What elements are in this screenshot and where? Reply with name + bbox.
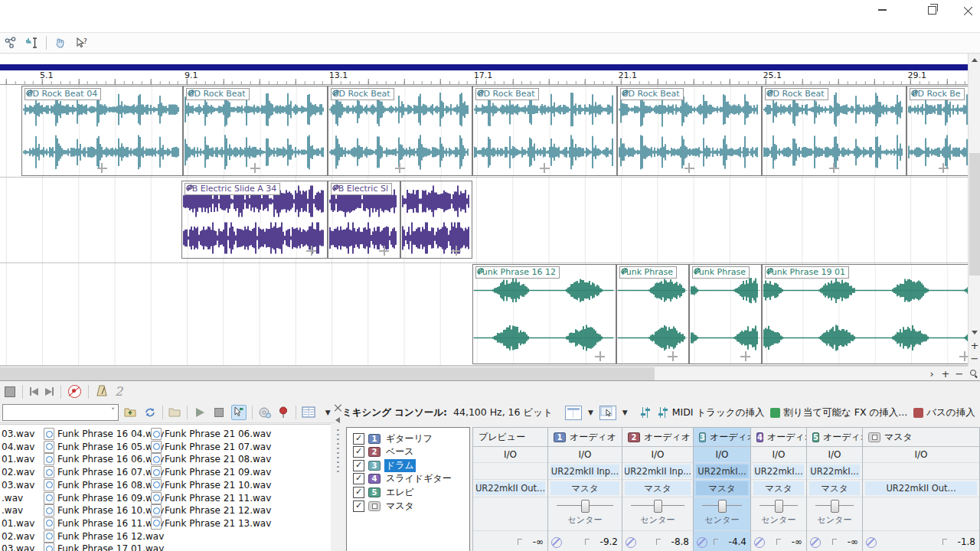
go-to-end-button[interactable] (45, 387, 54, 396)
output-selector[interactable]: UR22mkII Out... (865, 481, 977, 495)
pan-slider-handle[interactable] (718, 500, 727, 513)
audio-clip[interactable]: BD Rock Beat (762, 86, 906, 176)
mixer-collapse-button[interactable] (335, 417, 340, 423)
volume-value[interactable]: -4.4 (729, 536, 746, 547)
clip-move-handle[interactable] (379, 246, 389, 256)
volume-value[interactable]: -∞ (848, 536, 858, 547)
volume-value[interactable]: -8.8 (671, 536, 689, 547)
record-button[interactable] (68, 385, 81, 398)
clip-move-handle[interactable] (250, 163, 260, 173)
record-device-button[interactable] (276, 406, 290, 419)
zoom-tool-button[interactable] (968, 366, 980, 380)
audio-clip[interactable]: BD Rock Beat (472, 86, 617, 176)
file-list-item[interactable]: Funk Phrase 17 01.wav (44, 543, 164, 551)
clip-move-handle[interactable] (684, 163, 694, 173)
mute-indicator-icon[interactable] (626, 537, 636, 548)
strip-header[interactable]: プレビュー (473, 428, 547, 447)
h-zoom-out-button[interactable]: − (952, 367, 966, 380)
audio-clip[interactable]: Funk Phrase 16 12 (472, 264, 616, 364)
horizontal-scrollbar-thumb[interactable] (0, 367, 655, 380)
track-name[interactable]: ギターリフ (384, 432, 434, 445)
track-name[interactable]: ドラム (384, 459, 416, 472)
pan-slider-handle[interactable] (831, 500, 839, 513)
audio-clip[interactable] (400, 181, 472, 259)
preview-play-button[interactable] (193, 406, 207, 419)
chevron-down-icon[interactable]: ▼ (622, 409, 628, 416)
file-list-item[interactable]: Funk Phrase 16 11.wav (44, 517, 164, 530)
vertical-scrollbar-thumb[interactable] (969, 153, 980, 276)
mixer-display-options-button[interactable] (599, 406, 616, 420)
strip-header[interactable]: 3オーディオ (694, 428, 750, 447)
track-visible-checkbox[interactable]: ✓ (353, 433, 364, 445)
audio-clip[interactable]: BD Rock Beat (328, 86, 472, 176)
mute-indicator-icon[interactable] (754, 537, 765, 548)
panel-splitter[interactable] (335, 402, 342, 551)
track-visible-checkbox[interactable]: ✓ (353, 500, 364, 512)
file-list-item[interactable]: 04.wav (2, 441, 34, 453)
track-arrange-area[interactable]: BD Rock Beat 04BD Rock BeatBD Rock BeatB… (0, 85, 968, 366)
h-zoom-in-button[interactable]: + (939, 367, 952, 380)
hand-tool-button[interactable] (53, 35, 68, 51)
clip-label[interactable]: Funk Phrase (692, 266, 750, 279)
new-folder-button[interactable] (168, 406, 182, 419)
file-list-item[interactable]: Funk Phrase 21 09.wav (151, 466, 271, 478)
track-visible-checkbox[interactable]: ✓ (353, 487, 364, 498)
folder-up-button[interactable] (124, 406, 138, 419)
pan-slider-handle[interactable] (581, 500, 590, 513)
file-list-item[interactable]: .wav (2, 492, 23, 504)
input-selector[interactable]: UR22mkII Inp... (625, 465, 691, 478)
track-list-item[interactable]: ✓マスタ (353, 500, 416, 512)
audio-clip[interactable]: BD Rock Beat (183, 86, 328, 176)
track-visible-checkbox[interactable]: ✓ (353, 460, 364, 471)
input-selector[interactable]: UR22mkI... (696, 465, 748, 478)
file-list-item[interactable]: Funk Phrase 16 12.wav (44, 530, 164, 543)
track-name[interactable]: エレピ (384, 486, 416, 499)
file-list-item[interactable]: Funk Phrase 21 13.wav (151, 517, 271, 530)
file-list-item[interactable]: 02.wav (2, 530, 34, 543)
file-list-item[interactable]: 03.wav (2, 428, 34, 440)
auto-play-toggle[interactable] (231, 405, 247, 420)
output-selector[interactable]: マスタ (696, 481, 748, 495)
insert-bus-button[interactable]: バスの挿入 (913, 406, 975, 419)
clip-move-handle[interactable] (829, 163, 839, 173)
audio-clip[interactable]: PB Electric Slide A 34 (181, 181, 328, 259)
file-list-item[interactable]: Funk Phrase 21 08.wav (151, 453, 271, 465)
v-zoom-in-button[interactable]: + (969, 339, 980, 351)
file-list-item[interactable]: Funk Phrase 21 11.wav (151, 492, 271, 504)
file-list-item[interactable]: 01.wav (2, 517, 34, 530)
clip-label[interactable]: Funk Phrase (619, 266, 677, 279)
list-view-button[interactable] (302, 406, 315, 419)
clip-label[interactable]: BD Rock Beat (186, 88, 250, 100)
minimize-button[interactable] (869, 2, 895, 18)
audio-clip[interactable]: Funk Phrase (616, 264, 689, 364)
timeline-ruler[interactable]: 5.19.113.117.121.125.129.1 (0, 70, 968, 85)
clip-move-handle[interactable] (306, 246, 316, 256)
mixer-track-list[interactable]: ✓1ギターリフ✓2ベース✓3ドラム✓4スライドギター✓5エレピ✓マスタ (346, 427, 470, 551)
track-list-item[interactable]: ✓5エレピ (353, 486, 416, 498)
insert-audio-track-button[interactable] (640, 406, 652, 419)
pan-slider-handle[interactable] (654, 500, 662, 513)
file-list-item[interactable]: 02.wav (2, 466, 34, 478)
volume-value[interactable]: -∞ (792, 536, 802, 547)
stop-button[interactable] (5, 386, 15, 397)
file-list-item[interactable]: Funk Phrase 21 10.wav (151, 479, 271, 491)
restore-button[interactable] (919, 2, 945, 18)
output-selector[interactable]: UR22mkII Out... (475, 481, 545, 495)
chevron-down-icon[interactable]: ▼ (588, 409, 593, 416)
clip-move-handle[interactable] (595, 351, 605, 361)
strip-header[interactable]: マスタ (863, 428, 979, 447)
file-list-item[interactable]: Funk Phrase 16 04.wav (44, 428, 164, 440)
output-selector[interactable]: マスタ (625, 481, 691, 495)
audio-clip[interactable]: PB Electric Sl (328, 181, 400, 259)
output-selector[interactable]: マスタ (753, 481, 804, 495)
clip-move-handle[interactable] (740, 351, 750, 361)
clip-label[interactable]: BD Rock Beat (475, 88, 539, 100)
insert-assignable-fx-button[interactable]: 割り当て可能な FX の挿入... (770, 406, 907, 419)
track-list-item[interactable]: ✓4スライドギター (353, 473, 453, 485)
clip-move-handle[interactable] (668, 351, 678, 361)
metronome-toggle[interactable] (96, 384, 108, 399)
go-to-start-button[interactable] (30, 387, 38, 396)
refresh-button[interactable] (143, 406, 157, 419)
track-name[interactable]: スライドギター (384, 472, 453, 485)
file-list-item[interactable]: Funk Phrase 16 06.wav (44, 453, 164, 465)
